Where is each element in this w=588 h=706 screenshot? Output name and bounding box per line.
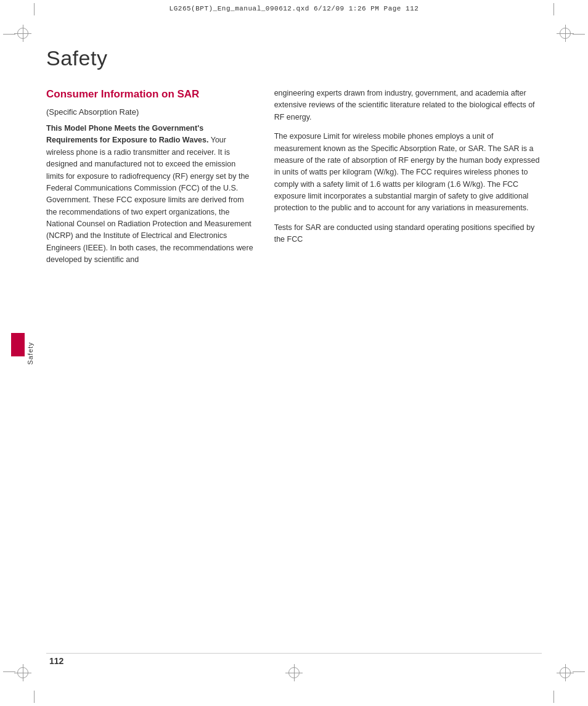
registration-mark-top-left <box>17 28 28 39</box>
sidebar-red-marker <box>11 333 25 356</box>
registration-mark-bottom-center <box>288 667 300 678</box>
page-number: 112 <box>49 656 63 666</box>
crop-mark <box>573 671 585 672</box>
right-col-para-3: Tests for SAR are conducted using standa… <box>274 222 542 246</box>
bottom-rule <box>46 653 542 654</box>
registration-mark-bottom-right <box>560 667 571 678</box>
right-col-para-2: The exposure Limit for wireless mobile p… <box>274 131 542 215</box>
sub-heading: (Specific Absorption Rate) <box>46 107 255 117</box>
header-bar: LG265(BPT)_Eng_manual_090612.qxd 6/12/09… <box>0 5 588 12</box>
page-container: LG265(BPT)_Eng_manual_090612.qxd 6/12/09… <box>0 0 588 706</box>
registration-mark-top-right <box>560 28 571 39</box>
crop-mark <box>34 3 35 15</box>
right-col-para-1: engineering experts drawn from industry,… <box>274 88 542 123</box>
two-column-layout: Consumer Information on SAR (Specific Ab… <box>46 88 542 274</box>
left-column-text: This Model Phone Meets the Government's … <box>46 123 255 266</box>
sidebar-chapter-label: Safety <box>27 342 34 364</box>
crop-mark <box>553 691 554 703</box>
page-title: Safety <box>46 46 542 70</box>
crop-mark <box>3 34 15 35</box>
crop-mark <box>553 3 554 15</box>
registration-mark-bottom-left <box>17 667 28 678</box>
crop-mark <box>573 34 585 35</box>
crop-mark <box>3 671 15 672</box>
file-info: LG265(BPT)_Eng_manual_090612.qxd 6/12/09… <box>169 5 419 12</box>
crop-mark <box>34 691 35 703</box>
content-area: Safety Consumer Information on SAR (Spec… <box>46 46 542 651</box>
left-column: Consumer Information on SAR (Specific Ab… <box>46 88 255 274</box>
bold-intro: This Model Phone Meets the Government's … <box>46 124 208 144</box>
section-heading: Consumer Information on SAR <box>46 88 255 101</box>
right-column: engineering experts drawn from industry,… <box>274 88 542 274</box>
